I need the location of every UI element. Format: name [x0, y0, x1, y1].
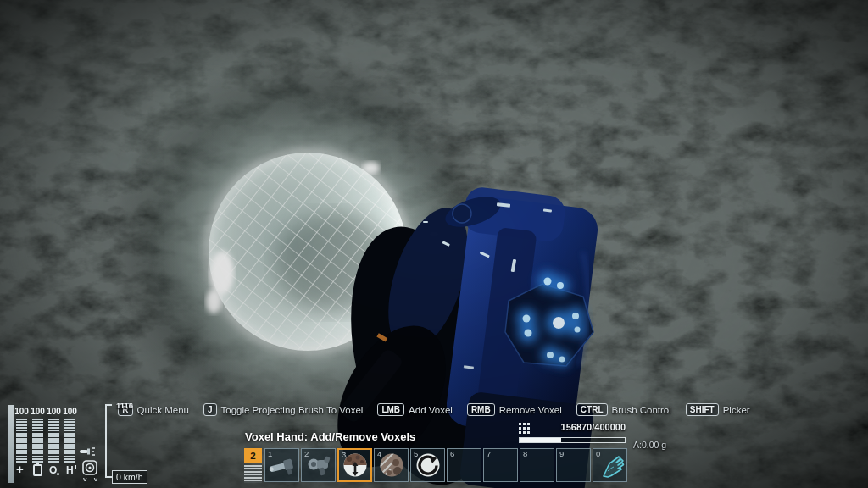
- oxygen-value: 100: [46, 407, 62, 416]
- toolbar-slot[interactable]: 7: [483, 448, 518, 482]
- hydrogen-bar: [64, 419, 75, 463]
- hint-brush-control: CTRL Brush Control: [576, 403, 671, 416]
- voxel-counter: 156870/400000: [519, 422, 626, 432]
- hint-label: Quick Menu: [137, 405, 189, 415]
- hint-label: Remove Voxel: [499, 405, 562, 415]
- gravity-readout: A:0.00 g: [633, 440, 666, 450]
- key-lmb: LMB: [377, 403, 404, 416]
- key-rmb: RMB: [467, 403, 495, 416]
- hint-toggle-brush: J Toggle Projecting Brush To Voxel: [203, 403, 363, 416]
- hint-picker: SHIFT Picker: [686, 403, 750, 416]
- jetpack-icon: [82, 460, 97, 475]
- toolbar-slot[interactable]: 9: [556, 448, 591, 482]
- altitude-bar: [105, 404, 111, 478]
- hint-label: Picker: [723, 405, 750, 415]
- voxel-progress-bar: [519, 437, 626, 443]
- toolbar-slot[interactable]: 0: [593, 448, 627, 482]
- hint-label: Add Voxel: [409, 405, 453, 415]
- voxel-progress-fill: [520, 438, 561, 442]
- key-shift: SHIFT: [686, 403, 719, 416]
- hydrogen-stat: 100: [62, 407, 78, 463]
- health-value: 100: [14, 407, 30, 416]
- toolbar-slot[interactable]: 3: [337, 448, 372, 482]
- hand-drill-icon: [268, 451, 297, 480]
- health-stat: 100: [14, 407, 30, 463]
- energy-bar: [32, 419, 43, 463]
- angle-grinder-icon: [304, 451, 333, 480]
- energy-stat: 100: [30, 407, 46, 463]
- hint-label: Brush Control: [612, 405, 671, 415]
- game-viewport: R Quick Menu J Toggle Projecting Brush T…: [0, 0, 868, 488]
- key-ctrl: CTRL: [576, 403, 608, 416]
- voxel-paint-sphere-icon: [377, 451, 406, 480]
- tool-status-label: Voxel Hand: Add/Remove Voxels: [245, 430, 415, 443]
- toolbar-slot[interactable]: 2: [301, 448, 336, 482]
- speed-readout: 0 km/h: [112, 470, 147, 484]
- hint-add-voxel: LMB Add Voxel: [377, 403, 452, 416]
- toolbar: 1 2 3: [264, 448, 627, 482]
- dampeners-indicator: v v: [83, 475, 100, 483]
- altitude-value: 1116: [116, 401, 133, 410]
- energy-value: 100: [30, 407, 46, 416]
- hint-label: Toggle Projecting Brush To Voxel: [221, 405, 364, 415]
- toolbar-slot[interactable]: 8: [520, 448, 554, 482]
- oxygen-bar: [48, 419, 59, 463]
- hydrogen-value: 100: [62, 407, 78, 416]
- health-icon: +: [16, 462, 24, 476]
- toolbar-pages-icon: [244, 465, 262, 483]
- oxygen-icon: O: [49, 464, 57, 476]
- health-bar: [16, 419, 27, 463]
- hydrogen-icon: H: [66, 464, 74, 476]
- voxel-revert-icon: [414, 451, 442, 480]
- toolbar-slot[interactable]: 6: [447, 448, 481, 482]
- empty-hand-glove-icon: [596, 451, 625, 480]
- toolbar-slot[interactable]: 5: [410, 448, 445, 482]
- hint-remove-voxel: RMB Remove Voxel: [467, 403, 562, 416]
- flashlight-icon: [79, 446, 96, 457]
- toolbar-slot[interactable]: 1: [264, 448, 299, 482]
- key-j: J: [203, 403, 217, 416]
- toolbar-page-indicator[interactable]: 2: [244, 448, 262, 463]
- toolbar-slot[interactable]: 4: [374, 448, 409, 482]
- oxygen-stat: 100: [46, 407, 62, 463]
- energy-battery-icon: [33, 464, 42, 476]
- voxel-add-remove-sphere-icon: [341, 451, 370, 480]
